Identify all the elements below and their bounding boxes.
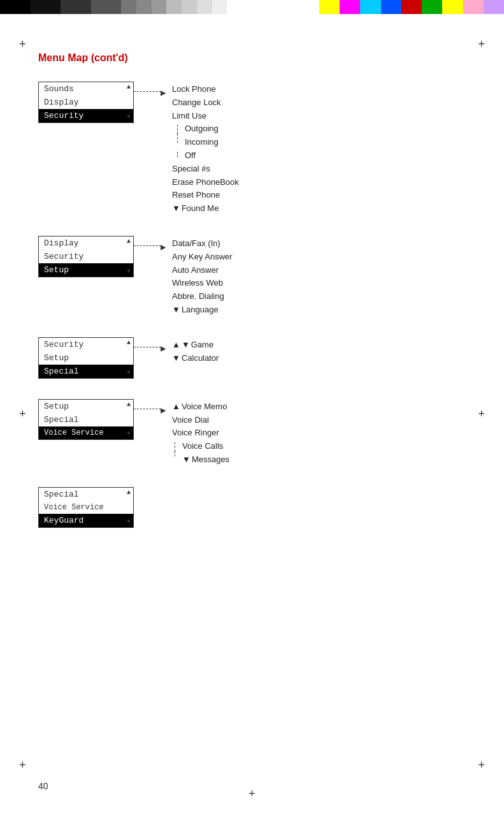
dashed-line bbox=[134, 245, 161, 246]
arrow-down-icon: ▼ bbox=[127, 431, 131, 437]
menu-item-sounds: Sounds bbox=[39, 82, 133, 96]
connector-voiceservice: ▶ bbox=[134, 399, 172, 416]
menu-item-special3: Special bbox=[39, 488, 133, 501]
menu-item-special: Special bbox=[39, 365, 133, 378]
connector-setup: ▶ bbox=[134, 236, 172, 252]
connector-security: ▶ bbox=[134, 82, 172, 98]
submenu-item-specialns: Special #s bbox=[172, 163, 239, 176]
submenu-item-limit: Limit Use bbox=[172, 110, 239, 123]
setup-menu-box: Display Security Setup ▲ ▼ bbox=[38, 236, 134, 277]
menu-item-security3: Security bbox=[39, 338, 133, 351]
submenu-item-language: ▼Language bbox=[172, 303, 233, 317]
submenu-item-voiceringer: Voice Ringer bbox=[172, 426, 229, 440]
arrow-up-icon: ▲ bbox=[127, 340, 131, 346]
menu-item-setup2: Setup bbox=[39, 351, 133, 365]
special-menu-box: Security Setup Special ▲ ▼ bbox=[38, 337, 134, 379]
menu-map: Sounds Display Security ▲ ▼ ▶ Lock Phone… bbox=[38, 82, 466, 548]
menu-item-display2: Display bbox=[39, 237, 133, 250]
submenu-item-calculator: ▼Calculator bbox=[172, 352, 219, 365]
submenu-item-voicecalls: Voice Calls bbox=[182, 440, 229, 453]
security-menu-group: Sounds Display Security ▲ ▼ ▶ Lock Phone… bbox=[38, 82, 466, 215]
submenu-setup: Data/Fax (In) Any Key Answer Auto Answer… bbox=[172, 236, 233, 317]
crosshair-mr: + bbox=[478, 408, 485, 421]
special-menu-group: Security Setup Special ▲ ▼ ▶ ▲▼Game ▼Cal… bbox=[38, 337, 466, 379]
submenu-item-off: Off bbox=[185, 149, 196, 163]
submenu-item-incoming: Incoming bbox=[185, 136, 219, 149]
arrow-up-icon: ▲ bbox=[127, 238, 131, 245]
top-color-bar bbox=[0, 0, 504, 14]
submenu-item-wirelessweb: Wireless Web bbox=[172, 277, 233, 290]
scroll-arrows-setup: ▲ ▼ bbox=[127, 237, 131, 277]
menu-item-special2: Special bbox=[39, 413, 133, 426]
arrow-right-icon: ▶ bbox=[161, 405, 166, 416]
submenu-item-voicedial: Voice Dial bbox=[172, 414, 229, 427]
voice-service-menu-box: Setup Special Voice Service ▲ ▼ bbox=[38, 399, 134, 440]
crosshair-bottom-center: + bbox=[248, 788, 256, 801]
connector-special: ▶ bbox=[134, 337, 172, 354]
crosshair-br: + bbox=[478, 759, 485, 772]
menu-item-display: Display bbox=[39, 96, 133, 109]
keyguard-menu-box: Special Voice Service KeyGuard ▲ ▼ bbox=[38, 487, 134, 528]
submenu-item-outgoing: Outgoing bbox=[185, 122, 219, 136]
arrow-up-icon: ▲ bbox=[127, 84, 131, 91]
submenu-item-foundme: ▼Found Me bbox=[172, 202, 239, 215]
scroll-arrows-voiceservice: ▲ ▼ bbox=[127, 400, 131, 439]
crosshair-ml: + bbox=[19, 408, 26, 421]
scroll-arrows-security: ▲ ▼ bbox=[127, 82, 131, 122]
arrow-right-icon: ▶ bbox=[161, 87, 166, 98]
submenu-item-messages: ▼Messages bbox=[182, 453, 229, 467]
submenu-item: Change Lock bbox=[172, 96, 239, 110]
arrow-down-icon: ▼ bbox=[127, 114, 131, 120]
submenu-item-voicememo: ▲Voice Memo bbox=[172, 400, 229, 414]
submenu-item-abbredialing: Abbre. Dialing bbox=[172, 290, 233, 303]
arrow-down-icon: ▼ bbox=[127, 370, 131, 376]
page-number: 40 bbox=[38, 781, 48, 791]
submenu-item: Lock Phone bbox=[172, 83, 239, 96]
arrow-up-icon: ▲ bbox=[127, 490, 131, 496]
menu-item-voiceservice2: Voice Service bbox=[39, 501, 133, 514]
submenu-item-datafax: Data/Fax (In) bbox=[172, 237, 233, 251]
submenu-voiceservice: ▲Voice Memo Voice Dial Voice Ringer Voic… bbox=[172, 399, 229, 467]
submenu-item-erase: Erase PhoneBook bbox=[172, 176, 239, 189]
menu-item-security2: Security bbox=[39, 250, 133, 263]
menu-item-voiceservice: Voice Service bbox=[39, 426, 133, 439]
arrow-up-icon: ▲ bbox=[127, 402, 131, 408]
submenu-item-anykeyans: Any Key Answer bbox=[172, 251, 233, 264]
menu-item-setup: Setup bbox=[39, 263, 133, 277]
submenu-item-reset: Reset Phone bbox=[172, 189, 239, 202]
crosshair-bl: + bbox=[19, 759, 26, 772]
arrow-down-icon: ▼ bbox=[127, 268, 131, 275]
arrow-down-icon: ▼ bbox=[127, 519, 131, 525]
submenu-item-game: ▲▼Game bbox=[172, 339, 219, 352]
dashed-line bbox=[134, 347, 161, 347]
menu-item-security: Security bbox=[39, 109, 133, 122]
crosshair-tl: + bbox=[19, 38, 26, 51]
keyguard-menu-group: Special Voice Service KeyGuard ▲ ▼ bbox=[38, 487, 466, 528]
setup-menu-group: Display Security Setup ▲ ▼ ▶ Data/Fax (I… bbox=[38, 236, 466, 317]
menu-item-keyguard: KeyGuard bbox=[39, 514, 133, 527]
dashed-line bbox=[134, 91, 161, 92]
page-title: Menu Map (cont'd) bbox=[38, 52, 466, 64]
menu-item-setup3: Setup bbox=[39, 400, 133, 413]
voice-service-menu-group: Setup Special Voice Service ▲ ▼ ▶ ▲Voice… bbox=[38, 399, 466, 467]
page-content: Menu Map (cont'd) Sounds Display Securit… bbox=[0, 14, 504, 574]
submenu-security: Lock Phone Change Lock Limit Use Outgoin… bbox=[172, 82, 239, 215]
security-menu-box: Sounds Display Security ▲ ▼ bbox=[38, 82, 134, 123]
scroll-arrows-special: ▲ ▼ bbox=[127, 338, 131, 378]
arrow-right-icon: ▶ bbox=[161, 242, 166, 252]
submenu-item-autoanswer: Auto Answer bbox=[172, 264, 233, 277]
arrow-right-icon: ▶ bbox=[161, 343, 166, 354]
crosshair-tr: + bbox=[478, 38, 485, 51]
scroll-arrows-keyguard: ▲ ▼ bbox=[127, 488, 131, 527]
dashed-line bbox=[134, 409, 161, 409]
submenu-special: ▲▼Game ▼Calculator bbox=[172, 337, 219, 365]
